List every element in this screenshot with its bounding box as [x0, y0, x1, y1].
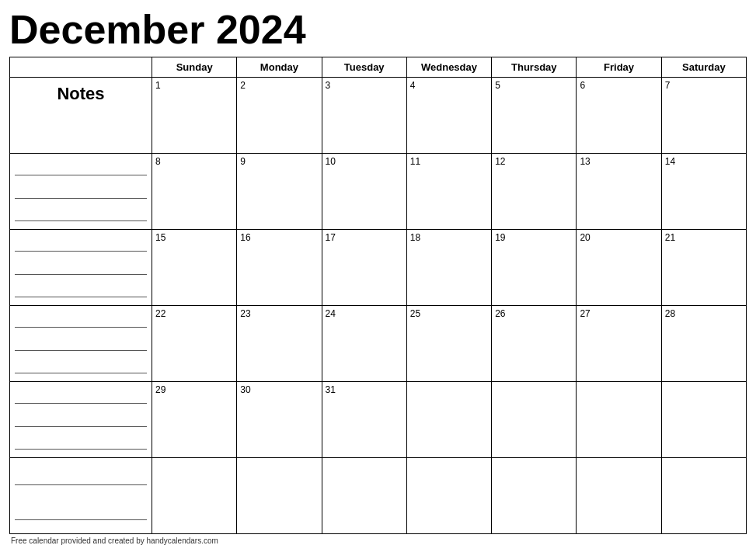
note-line	[15, 185, 147, 199]
day-31: 31	[322, 382, 407, 458]
note-line	[15, 161, 147, 175]
day-23: 23	[237, 306, 322, 382]
day-21: 21	[662, 230, 747, 306]
day-22: 22	[152, 306, 237, 382]
day-18: 18	[407, 230, 492, 306]
note-line	[15, 436, 147, 450]
empty-cell	[662, 458, 747, 534]
day-11: 11	[407, 154, 492, 230]
header-wednesday: Wednesday	[407, 57, 492, 78]
footer-text: Free calendar provided and created by ha…	[9, 536, 747, 545]
note-line	[15, 471, 147, 485]
header-saturday: Saturday	[662, 57, 747, 78]
day-26: 26	[492, 306, 577, 382]
empty-cell	[577, 382, 661, 458]
day-3: 3	[322, 78, 407, 154]
week-row-extra	[10, 458, 747, 534]
empty-cell	[407, 458, 492, 534]
empty-cell	[662, 382, 747, 458]
day-30: 30	[237, 382, 322, 458]
day-27: 27	[577, 306, 661, 382]
day-1: 1	[152, 78, 237, 154]
day-9: 9	[237, 154, 322, 230]
calendar: Sunday Monday Tuesday Wednesday Thursday…	[9, 57, 747, 534]
day-16: 16	[237, 230, 322, 306]
note-line	[15, 359, 147, 373]
header-notes-spacer	[10, 57, 152, 78]
empty-cell	[152, 458, 237, 534]
day-28: 28	[662, 306, 747, 382]
day-10: 10	[322, 154, 407, 230]
header-tuesday: Tuesday	[322, 57, 407, 78]
empty-cell	[237, 458, 322, 534]
page-title: December 2024	[9, 8, 747, 52]
empty-cell	[492, 458, 577, 534]
notes-section-3	[10, 230, 152, 306]
week-row-2: 8 9 10 11 12 13 14	[10, 154, 747, 230]
notes-section-4	[10, 306, 152, 382]
day-2: 2	[237, 78, 322, 154]
note-line	[15, 261, 147, 275]
note-line	[15, 238, 147, 252]
calendar-header: Sunday Monday Tuesday Wednesday Thursday…	[9, 57, 747, 78]
notes-section-extra	[10, 458, 152, 534]
note-line	[15, 283, 147, 297]
empty-cell	[492, 382, 577, 458]
header-thursday: Thursday	[492, 57, 577, 78]
note-line	[15, 413, 147, 427]
note-line	[15, 207, 147, 221]
note-line	[15, 390, 147, 404]
empty-cell	[322, 458, 407, 534]
week-row-5: 29 30 31	[10, 382, 747, 458]
note-line	[15, 314, 147, 328]
day-4: 4	[407, 78, 492, 154]
header-sunday: Sunday	[152, 57, 237, 78]
day-12: 12	[492, 154, 577, 230]
empty-cell	[577, 458, 661, 534]
note-line	[15, 337, 147, 351]
day-20: 20	[577, 230, 661, 306]
header-monday: Monday	[237, 57, 322, 78]
day-17: 17	[322, 230, 407, 306]
page-container: December 2024 Sunday Monday Tuesday Wedn…	[9, 8, 747, 545]
day-13: 13	[577, 154, 661, 230]
day-24: 24	[322, 306, 407, 382]
notes-label-cell: Notes	[10, 78, 152, 154]
empty-cell	[407, 382, 492, 458]
calendar-body: Notes 1 2 3 4 5 6 7 8 9 10 11	[9, 78, 747, 534]
day-5: 5	[492, 78, 577, 154]
week-row-1: Notes 1 2 3 4 5 6 7	[10, 78, 747, 154]
day-15: 15	[152, 230, 237, 306]
notes-section-2	[10, 154, 152, 230]
day-14: 14	[662, 154, 747, 230]
day-7: 7	[662, 78, 747, 154]
week-row-4: 22 23 24 25 26 27 28	[10, 306, 747, 382]
notes-section-5	[10, 382, 152, 458]
week-row-3: 15 16 17 18 19 20 21	[10, 230, 747, 306]
day-19: 19	[492, 230, 577, 306]
note-line	[15, 506, 147, 520]
day-8: 8	[152, 154, 237, 230]
day-25: 25	[407, 306, 492, 382]
day-6: 6	[577, 78, 661, 154]
notes-label: Notes	[57, 84, 104, 104]
day-29: 29	[152, 382, 237, 458]
header-friday: Friday	[577, 57, 661, 78]
